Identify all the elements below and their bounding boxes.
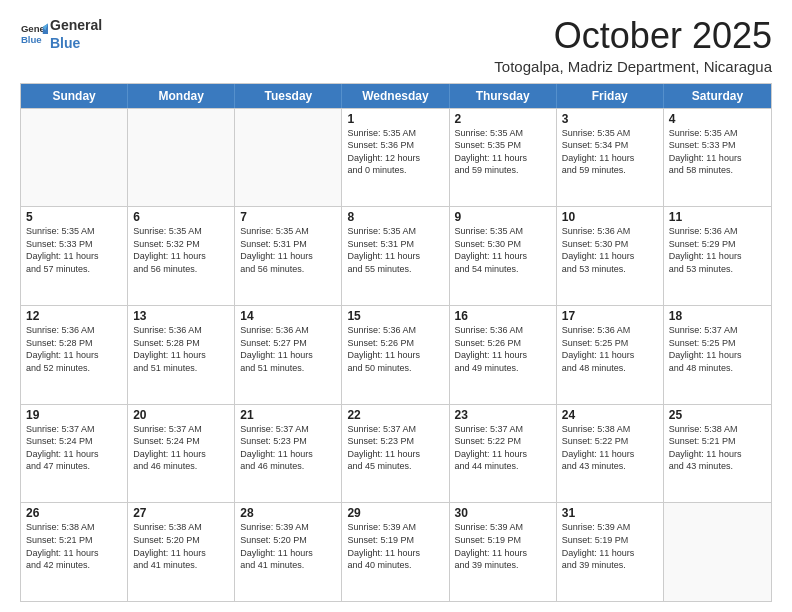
calendar-row-5: 26Sunrise: 5:38 AM Sunset: 5:21 PM Dayli… — [21, 502, 771, 601]
svg-text:Blue: Blue — [21, 33, 42, 44]
day-number: 20 — [133, 408, 229, 422]
weekday-header-tuesday: Tuesday — [235, 84, 342, 108]
calendar-row-3: 12Sunrise: 5:36 AM Sunset: 5:28 PM Dayli… — [21, 305, 771, 404]
weekday-header-thursday: Thursday — [450, 84, 557, 108]
weekday-header-sunday: Sunday — [21, 84, 128, 108]
location-subtitle: Totogalpa, Madriz Department, Nicaragua — [494, 58, 772, 75]
day-cell-6: 6Sunrise: 5:35 AM Sunset: 5:32 PM Daylig… — [128, 207, 235, 305]
calendar-body: 1Sunrise: 5:35 AM Sunset: 5:36 PM Daylig… — [21, 108, 771, 601]
day-number: 2 — [455, 112, 551, 126]
day-info: Sunrise: 5:37 AM Sunset: 5:23 PM Dayligh… — [347, 423, 443, 473]
day-cell-2: 2Sunrise: 5:35 AM Sunset: 5:35 PM Daylig… — [450, 109, 557, 207]
day-number: 13 — [133, 309, 229, 323]
day-number: 29 — [347, 506, 443, 520]
day-info: Sunrise: 5:39 AM Sunset: 5:19 PM Dayligh… — [562, 521, 658, 571]
day-number: 7 — [240, 210, 336, 224]
day-cell-7: 7Sunrise: 5:35 AM Sunset: 5:31 PM Daylig… — [235, 207, 342, 305]
day-number: 28 — [240, 506, 336, 520]
empty-cell — [128, 109, 235, 207]
day-number: 18 — [669, 309, 766, 323]
day-number: 10 — [562, 210, 658, 224]
day-cell-22: 22Sunrise: 5:37 AM Sunset: 5:23 PM Dayli… — [342, 405, 449, 503]
day-info: Sunrise: 5:35 AM Sunset: 5:31 PM Dayligh… — [347, 225, 443, 275]
day-cell-26: 26Sunrise: 5:38 AM Sunset: 5:21 PM Dayli… — [21, 503, 128, 601]
day-number: 6 — [133, 210, 229, 224]
day-cell-20: 20Sunrise: 5:37 AM Sunset: 5:24 PM Dayli… — [128, 405, 235, 503]
day-info: Sunrise: 5:37 AM Sunset: 5:24 PM Dayligh… — [133, 423, 229, 473]
day-info: Sunrise: 5:36 AM Sunset: 5:28 PM Dayligh… — [26, 324, 122, 374]
day-number: 5 — [26, 210, 122, 224]
weekday-header-friday: Friday — [557, 84, 664, 108]
logo: General Blue General Blue — [20, 16, 102, 51]
calendar-header: SundayMondayTuesdayWednesdayThursdayFrid… — [21, 84, 771, 108]
day-info: Sunrise: 5:35 AM Sunset: 5:33 PM Dayligh… — [669, 127, 766, 177]
page-header: General Blue General Blue October 2025 T… — [20, 16, 772, 75]
day-cell-18: 18Sunrise: 5:37 AM Sunset: 5:25 PM Dayli… — [664, 306, 771, 404]
day-info: Sunrise: 5:35 AM Sunset: 5:31 PM Dayligh… — [240, 225, 336, 275]
day-info: Sunrise: 5:36 AM Sunset: 5:25 PM Dayligh… — [562, 324, 658, 374]
day-info: Sunrise: 5:36 AM Sunset: 5:26 PM Dayligh… — [347, 324, 443, 374]
day-number: 27 — [133, 506, 229, 520]
day-number: 12 — [26, 309, 122, 323]
day-cell-3: 3Sunrise: 5:35 AM Sunset: 5:34 PM Daylig… — [557, 109, 664, 207]
weekday-header-monday: Monday — [128, 84, 235, 108]
logo-blue: Blue — [50, 35, 80, 51]
day-info: Sunrise: 5:36 AM Sunset: 5:30 PM Dayligh… — [562, 225, 658, 275]
day-info: Sunrise: 5:35 AM Sunset: 5:35 PM Dayligh… — [455, 127, 551, 177]
day-cell-28: 28Sunrise: 5:39 AM Sunset: 5:20 PM Dayli… — [235, 503, 342, 601]
day-info: Sunrise: 5:39 AM Sunset: 5:19 PM Dayligh… — [455, 521, 551, 571]
day-number: 24 — [562, 408, 658, 422]
day-cell-5: 5Sunrise: 5:35 AM Sunset: 5:33 PM Daylig… — [21, 207, 128, 305]
day-cell-12: 12Sunrise: 5:36 AM Sunset: 5:28 PM Dayli… — [21, 306, 128, 404]
day-cell-29: 29Sunrise: 5:39 AM Sunset: 5:19 PM Dayli… — [342, 503, 449, 601]
day-number: 3 — [562, 112, 658, 126]
day-cell-8: 8Sunrise: 5:35 AM Sunset: 5:31 PM Daylig… — [342, 207, 449, 305]
day-number: 8 — [347, 210, 443, 224]
day-info: Sunrise: 5:39 AM Sunset: 5:20 PM Dayligh… — [240, 521, 336, 571]
weekday-header-wednesday: Wednesday — [342, 84, 449, 108]
day-info: Sunrise: 5:35 AM Sunset: 5:34 PM Dayligh… — [562, 127, 658, 177]
day-info: Sunrise: 5:35 AM Sunset: 5:30 PM Dayligh… — [455, 225, 551, 275]
day-cell-4: 4Sunrise: 5:35 AM Sunset: 5:33 PM Daylig… — [664, 109, 771, 207]
day-number: 4 — [669, 112, 766, 126]
day-number: 11 — [669, 210, 766, 224]
day-cell-17: 17Sunrise: 5:36 AM Sunset: 5:25 PM Dayli… — [557, 306, 664, 404]
month-title: October 2025 — [494, 16, 772, 56]
day-number: 21 — [240, 408, 336, 422]
calendar-row-4: 19Sunrise: 5:37 AM Sunset: 5:24 PM Dayli… — [21, 404, 771, 503]
day-cell-27: 27Sunrise: 5:38 AM Sunset: 5:20 PM Dayli… — [128, 503, 235, 601]
day-number: 25 — [669, 408, 766, 422]
day-cell-15: 15Sunrise: 5:36 AM Sunset: 5:26 PM Dayli… — [342, 306, 449, 404]
day-info: Sunrise: 5:37 AM Sunset: 5:23 PM Dayligh… — [240, 423, 336, 473]
day-cell-16: 16Sunrise: 5:36 AM Sunset: 5:26 PM Dayli… — [450, 306, 557, 404]
day-number: 22 — [347, 408, 443, 422]
day-info: Sunrise: 5:36 AM Sunset: 5:29 PM Dayligh… — [669, 225, 766, 275]
empty-cell — [235, 109, 342, 207]
day-cell-23: 23Sunrise: 5:37 AM Sunset: 5:22 PM Dayli… — [450, 405, 557, 503]
title-section: October 2025 Totogalpa, Madriz Departmen… — [494, 16, 772, 75]
day-number: 1 — [347, 112, 443, 126]
day-number: 14 — [240, 309, 336, 323]
day-info: Sunrise: 5:38 AM Sunset: 5:20 PM Dayligh… — [133, 521, 229, 571]
day-number: 16 — [455, 309, 551, 323]
day-cell-25: 25Sunrise: 5:38 AM Sunset: 5:21 PM Dayli… — [664, 405, 771, 503]
day-cell-13: 13Sunrise: 5:36 AM Sunset: 5:28 PM Dayli… — [128, 306, 235, 404]
day-info: Sunrise: 5:38 AM Sunset: 5:22 PM Dayligh… — [562, 423, 658, 473]
logo-general: General — [50, 17, 102, 33]
day-info: Sunrise: 5:38 AM Sunset: 5:21 PM Dayligh… — [26, 521, 122, 571]
day-cell-21: 21Sunrise: 5:37 AM Sunset: 5:23 PM Dayli… — [235, 405, 342, 503]
empty-cell — [21, 109, 128, 207]
logo-icon: General Blue — [20, 20, 48, 48]
day-info: Sunrise: 5:35 AM Sunset: 5:36 PM Dayligh… — [347, 127, 443, 177]
calendar-row-1: 1Sunrise: 5:35 AM Sunset: 5:36 PM Daylig… — [21, 108, 771, 207]
day-number: 17 — [562, 309, 658, 323]
day-number: 23 — [455, 408, 551, 422]
day-number: 9 — [455, 210, 551, 224]
day-number: 15 — [347, 309, 443, 323]
day-info: Sunrise: 5:37 AM Sunset: 5:25 PM Dayligh… — [669, 324, 766, 374]
day-cell-9: 9Sunrise: 5:35 AM Sunset: 5:30 PM Daylig… — [450, 207, 557, 305]
day-cell-14: 14Sunrise: 5:36 AM Sunset: 5:27 PM Dayli… — [235, 306, 342, 404]
weekday-header-saturday: Saturday — [664, 84, 771, 108]
calendar-row-2: 5Sunrise: 5:35 AM Sunset: 5:33 PM Daylig… — [21, 206, 771, 305]
day-info: Sunrise: 5:36 AM Sunset: 5:26 PM Dayligh… — [455, 324, 551, 374]
